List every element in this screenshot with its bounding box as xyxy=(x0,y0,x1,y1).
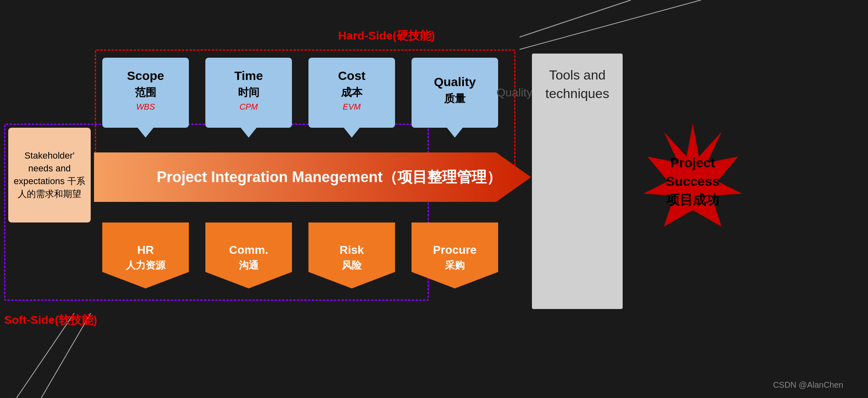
project-success-starburst: Project Success 项目成功 xyxy=(631,119,755,243)
scope-main: Scope范围 xyxy=(127,68,164,100)
cost-sub: EVM xyxy=(343,101,360,112)
stakeholder-box: Stakeholder' needs and expectations 干系人的… xyxy=(8,128,91,222)
project-success-text: Project Success 项目成功 xyxy=(662,154,724,209)
hard-side-label: Hard-Side(硬技能) xyxy=(338,28,435,44)
comm-text: Comm.沟通 xyxy=(229,243,268,273)
integration-arrow: Project Integration Manegement（项目整理管理） xyxy=(94,152,564,202)
risk-text: Risk风险 xyxy=(339,243,364,273)
cost-bubble: Cost成本 EVM xyxy=(308,58,395,132)
top-bubbles-row: Scope范围 WBS Time时间 CPM Cost成本 EVM Qualit… xyxy=(102,58,498,132)
cost-main: Cost成本 xyxy=(338,68,366,100)
quality-bubble: Quality质量 xyxy=(412,58,498,132)
comm-shape: Comm.沟通 xyxy=(205,222,292,288)
diagram-container: Hard-Side(硬技能) Soft-Side(软技能) Stakeholde… xyxy=(0,0,868,398)
scope-sub: WBS xyxy=(136,101,155,112)
time-sub: CPM xyxy=(240,101,258,112)
bottom-shapes-row: HR人力资源 Comm.沟通 Risk风险 Procure采购 xyxy=(102,222,498,288)
tools-box: Tools and techniques xyxy=(532,54,623,309)
hr-shape: HR人力资源 xyxy=(102,222,189,288)
arrow-text: Project Integration Manegement（项目整理管理） xyxy=(157,167,501,187)
time-bubble: Time时间 CPM xyxy=(205,58,292,132)
svg-line-0 xyxy=(520,0,631,37)
stakeholder-text: Stakeholder' needs and expectations 干系人的… xyxy=(12,150,87,200)
procure-shape: Procure采购 xyxy=(412,222,498,288)
scope-bubble: Scope范围 WBS xyxy=(102,58,189,132)
watermark: CSDN @AlanChen xyxy=(773,380,843,390)
tools-text: Tools and techniques xyxy=(532,66,623,103)
quality-main: Quality质量 xyxy=(434,74,476,106)
hr-text: HR人力资源 xyxy=(126,243,165,273)
procure-text: Procure采购 xyxy=(433,243,477,273)
time-main: Time时间 xyxy=(234,68,263,100)
soft-side-label: Soft-Side(软技能) xyxy=(4,312,97,328)
risk-shape: Risk风险 xyxy=(308,222,395,288)
svg-line-1 xyxy=(520,0,701,49)
